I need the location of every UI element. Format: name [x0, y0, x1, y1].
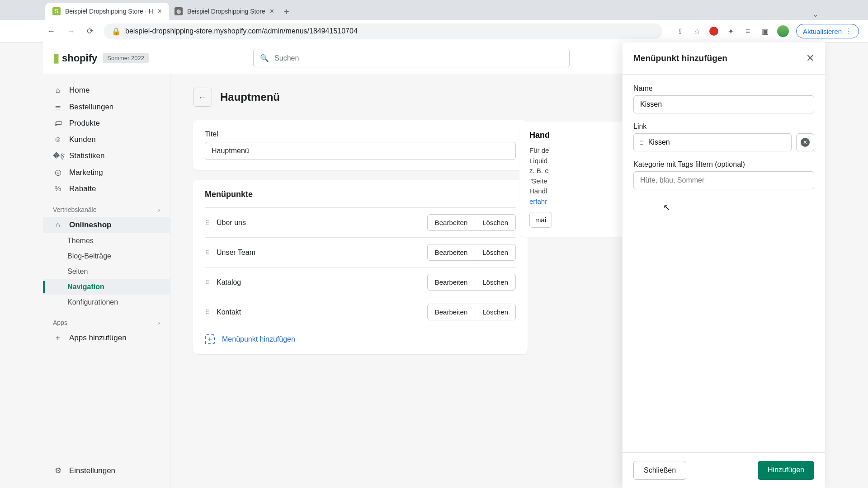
profile-avatar[interactable] — [777, 25, 789, 37]
nav-marketing[interactable]: ◎Marketing — [43, 164, 170, 181]
list-icon[interactable]: ≡ — [743, 26, 753, 36]
url-text: beispiel-dropshipping-store.myshopify.co… — [125, 27, 358, 35]
edit-button[interactable]: Bearbeiten — [428, 304, 475, 320]
item-label: Kontakt — [217, 308, 241, 316]
shopify-logo[interactable]: ▮ shopify — [53, 51, 97, 65]
edit-button[interactable]: Bearbeiten — [428, 244, 475, 260]
nav-add-apps[interactable]: +Apps hinzufügen — [43, 330, 170, 346]
nav-label: Onlineshop — [69, 221, 112, 230]
nav-orders[interactable]: ≣Bestellungen — [43, 99, 170, 115]
browser-chrome: S Beispiel Dropshipping Store · H × ◍ Be… — [0, 0, 868, 43]
chevron-down-icon[interactable]: ⌄ — [812, 10, 818, 19]
reload-icon[interactable]: ⟳ — [85, 24, 95, 38]
nav-label: Home — [69, 86, 90, 95]
store-icon: ⌂ — [53, 221, 63, 230]
url-field[interactable]: 🔒 beispiel-dropshipping-store.myshopify.… — [104, 23, 662, 39]
edit-button[interactable]: Bearbeiten — [428, 215, 475, 230]
nav-navigation[interactable]: Navigation — [43, 279, 170, 295]
item-label: Unser Team — [217, 249, 255, 257]
brand-text: shopify — [62, 52, 97, 64]
panel-header: Menüpunkt hinzufügen ✕ — [623, 42, 825, 75]
learn-more-link[interactable]: erfahr — [529, 197, 547, 205]
chart-icon: �ફ — [53, 151, 63, 160]
close-icon[interactable]: ✕ — [806, 52, 814, 64]
kebab-icon: ⋮ — [845, 27, 852, 35]
link-label: Link — [633, 122, 814, 131]
search-placeholder: Suchen — [274, 54, 299, 62]
search-input[interactable]: 🔍 Suchen — [253, 49, 570, 67]
extension-icon[interactable] — [709, 27, 718, 36]
target-icon: ◎ — [53, 168, 63, 177]
section-text: Vertriebskanäle — [53, 206, 97, 213]
plus-dashed-icon: + — [205, 334, 215, 344]
address-bar: ← → ⟳ 🔒 beispiel-dropshipping-store.mysh… — [0, 20, 868, 42]
browser-tab[interactable]: ◍ Beispiel Dropshipping Store × — [167, 3, 281, 20]
star-icon[interactable]: ☆ — [692, 26, 702, 36]
person-icon: ☺ — [53, 135, 63, 144]
nav-label: Statistiken — [69, 151, 104, 160]
nav-onlineshop[interactable]: ⌂Onlineshop — [43, 217, 170, 233]
nav-label: Bestellungen — [69, 103, 113, 112]
panel-icon[interactable]: ▣ — [760, 26, 770, 36]
forward-icon[interactable]: → — [65, 25, 77, 38]
orders-icon: ≣ — [53, 102, 63, 112]
delete-button[interactable]: Löschen — [475, 244, 515, 260]
collection-icon: ⌂ — [639, 138, 644, 146]
menu-item-row: ⠿Über uns BearbeitenLöschen — [205, 207, 516, 237]
add-menu-item-panel: Menüpunkt hinzufügen ✕ Name Link ⌂ Kisse… — [623, 42, 825, 488]
new-tab-button[interactable]: + — [279, 4, 294, 20]
cursor-icon: ↖ — [663, 202, 670, 212]
close-button[interactable]: Schließen — [633, 461, 686, 480]
puzzle-icon[interactable]: ✦ — [726, 26, 736, 36]
link-row: ⌂ Kissen ✕ — [633, 133, 814, 151]
nav-themes[interactable]: Themes — [43, 233, 170, 249]
link-input[interactable]: ⌂ Kissen — [633, 133, 792, 151]
drag-icon[interactable]: ⠿ — [205, 279, 209, 286]
add-button[interactable]: Hinzufügen — [758, 461, 814, 480]
home-icon: ⌂ — [53, 86, 63, 95]
chevron-right-icon[interactable]: › — [158, 206, 160, 213]
handle-value[interactable]: mai — [529, 212, 552, 228]
update-button[interactable]: Aktualisieren ⋮ — [796, 24, 859, 38]
nav-blog[interactable]: Blog-Beiträge — [43, 249, 170, 264]
item-label: Über uns — [217, 219, 246, 227]
tags-input[interactable] — [633, 171, 814, 189]
clear-link-button[interactable]: ✕ — [796, 133, 814, 151]
menu-item-row: ⠿Kontakt BearbeitenLöschen — [205, 297, 516, 327]
edit-button[interactable]: Bearbeiten — [428, 274, 475, 290]
drag-icon[interactable]: ⠿ — [205, 309, 209, 316]
add-item-label: Menüpunkt hinzufügen — [222, 335, 295, 343]
delete-button[interactable]: Löschen — [475, 274, 515, 290]
nav-pages[interactable]: Seiten — [43, 264, 170, 279]
back-button[interactable]: ← — [193, 88, 212, 107]
title-input[interactable] — [205, 142, 516, 160]
nav-settings[interactable]: ⚙Einstellungen — [43, 462, 170, 479]
back-icon[interactable]: ← — [45, 25, 57, 38]
channels-header: Vertriebskanäle › — [43, 202, 170, 217]
nav-products[interactable]: 🏷Produkte — [43, 115, 170, 131]
share-icon[interactable]: ⇪ — [675, 26, 685, 36]
tab-title: Beispiel Dropshipping Store — [187, 8, 265, 15]
drag-icon[interactable]: ⠿ — [205, 249, 209, 256]
browser-tab-active[interactable]: S Beispiel Dropshipping Store · H × — [45, 3, 169, 20]
browser-actions: ⇪ ☆ ✦ ≡ ▣ Aktualisieren ⋮ — [675, 24, 859, 38]
nav-analytics[interactable]: �ફStatistiken — [43, 148, 170, 164]
name-input[interactable] — [633, 95, 814, 113]
chevron-right-icon[interactable]: › — [158, 319, 160, 326]
nav-label: Themes — [67, 237, 94, 245]
nav-customers[interactable]: ☺Kunden — [43, 131, 170, 148]
season-badge: Sommer 2022 — [103, 53, 149, 63]
close-icon[interactable]: × — [158, 7, 162, 15]
logo-area: ▮ shopify Sommer 2022 — [53, 51, 149, 65]
drag-icon[interactable]: ⠿ — [205, 219, 209, 226]
nav-home[interactable]: ⌂Home — [43, 82, 170, 99]
nav-config[interactable]: Konfigurationen — [43, 295, 170, 310]
nav-discounts[interactable]: %Rabatte — [43, 181, 170, 197]
link-value: Kissen — [648, 138, 670, 146]
delete-button[interactable]: Löschen — [475, 215, 515, 230]
percent-icon: % — [53, 184, 63, 193]
close-icon[interactable]: × — [270, 7, 274, 15]
add-menu-item-button[interactable]: + Menüpunkt hinzufügen — [205, 327, 516, 344]
tag-icon: 🏷 — [53, 119, 63, 128]
delete-button[interactable]: Löschen — [475, 304, 515, 320]
